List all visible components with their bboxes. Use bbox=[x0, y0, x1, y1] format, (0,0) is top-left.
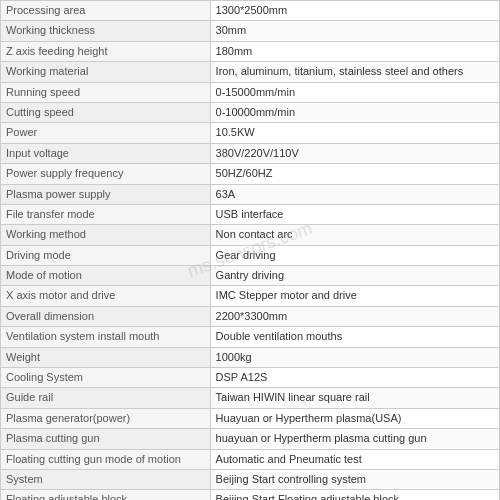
spec-label: File transfer mode bbox=[1, 204, 211, 224]
spec-value: Huayuan or Hypertherm plasma(USA) bbox=[210, 408, 499, 428]
table-row: Power supply frequency50HZ/60HZ bbox=[1, 164, 500, 184]
spec-label: Cutting speed bbox=[1, 102, 211, 122]
spec-label: Ventilation system install mouth bbox=[1, 327, 211, 347]
spec-label: Guide rail bbox=[1, 388, 211, 408]
spec-label: Power supply frequency bbox=[1, 164, 211, 184]
spec-value: Non contact arc bbox=[210, 225, 499, 245]
spec-label: Plasma cutting gun bbox=[1, 429, 211, 449]
table-row: SystemBeijing Start controlling system bbox=[1, 469, 500, 489]
spec-value: huayuan or Hypertherm plasma cutting gun bbox=[210, 429, 499, 449]
spec-value: 30mm bbox=[210, 21, 499, 41]
spec-label: Overall dimension bbox=[1, 306, 211, 326]
spec-label: Weight bbox=[1, 347, 211, 367]
table-row: Plasma generator(power)Huayuan or Hypert… bbox=[1, 408, 500, 428]
spec-value: Iron, aluminum, titanium, stainless stee… bbox=[210, 62, 499, 82]
table-row: Running speed0-15000mm/min bbox=[1, 82, 500, 102]
table-row: Working materialIron, aluminum, titanium… bbox=[1, 62, 500, 82]
spec-value: Gear driving bbox=[210, 245, 499, 265]
spec-label: Driving mode bbox=[1, 245, 211, 265]
spec-value: Gantry driving bbox=[210, 266, 499, 286]
spec-label: Power bbox=[1, 123, 211, 143]
table-row: Input voltage380V/220V/110V bbox=[1, 143, 500, 163]
spec-value: 50HZ/60HZ bbox=[210, 164, 499, 184]
spec-label: Z axis feeding height bbox=[1, 41, 211, 61]
spec-value: DSP A12S bbox=[210, 368, 499, 388]
specs-table: Processing area1300*2500mmWorking thickn… bbox=[0, 0, 500, 500]
table-row: Processing area1300*2500mm bbox=[1, 1, 500, 21]
table-row: File transfer modeUSB interface bbox=[1, 204, 500, 224]
spec-value: 63A bbox=[210, 184, 499, 204]
spec-label: Running speed bbox=[1, 82, 211, 102]
table-row: Weight1000kg bbox=[1, 347, 500, 367]
spec-label: Plasma power supply bbox=[1, 184, 211, 204]
table-row: Power10.5KW bbox=[1, 123, 500, 143]
specs-table-container: ms.sensors.com Processing area1300*2500m… bbox=[0, 0, 500, 500]
spec-value: 380V/220V/110V bbox=[210, 143, 499, 163]
table-row: Plasma power supply63A bbox=[1, 184, 500, 204]
table-row: Guide railTaiwan HIWIN linear square rai… bbox=[1, 388, 500, 408]
spec-label: Working thickness bbox=[1, 21, 211, 41]
table-row: X axis motor and driveIMC Stepper motor … bbox=[1, 286, 500, 306]
spec-label: Working method bbox=[1, 225, 211, 245]
spec-value: Beijing Start controlling system bbox=[210, 469, 499, 489]
spec-label: Plasma generator(power) bbox=[1, 408, 211, 428]
table-row: Driving modeGear driving bbox=[1, 245, 500, 265]
spec-label: Input voltage bbox=[1, 143, 211, 163]
table-row: Mode of motionGantry driving bbox=[1, 266, 500, 286]
spec-value: 2200*3300mm bbox=[210, 306, 499, 326]
table-row: Floating cutting gun mode of motionAutom… bbox=[1, 449, 500, 469]
spec-label: System bbox=[1, 469, 211, 489]
table-row: Plasma cutting gunhuayuan or Hypertherm … bbox=[1, 429, 500, 449]
spec-label: Floating adjustable block bbox=[1, 490, 211, 500]
spec-value: 10.5KW bbox=[210, 123, 499, 143]
table-row: Working methodNon contact arc bbox=[1, 225, 500, 245]
spec-label: Processing area bbox=[1, 1, 211, 21]
table-row: Working thickness30mm bbox=[1, 21, 500, 41]
spec-label: Working material bbox=[1, 62, 211, 82]
spec-value: 0-10000mm/min bbox=[210, 102, 499, 122]
spec-value: USB interface bbox=[210, 204, 499, 224]
spec-label: Cooling System bbox=[1, 368, 211, 388]
spec-value: Double ventilation mouths bbox=[210, 327, 499, 347]
table-row: Floating adjustable blockBeijing Start F… bbox=[1, 490, 500, 500]
spec-value: Taiwan HIWIN linear square rail bbox=[210, 388, 499, 408]
spec-value: 180mm bbox=[210, 41, 499, 61]
table-row: Overall dimension2200*3300mm bbox=[1, 306, 500, 326]
spec-label: Floating cutting gun mode of motion bbox=[1, 449, 211, 469]
table-row: Cooling SystemDSP A12S bbox=[1, 368, 500, 388]
spec-value: Beijing Start Floating adjustable block bbox=[210, 490, 499, 500]
table-row: Ventilation system install mouthDouble v… bbox=[1, 327, 500, 347]
spec-value: 0-15000mm/min bbox=[210, 82, 499, 102]
spec-label: X axis motor and drive bbox=[1, 286, 211, 306]
spec-value: 1300*2500mm bbox=[210, 1, 499, 21]
spec-value: IMC Stepper motor and drive bbox=[210, 286, 499, 306]
spec-label: Mode of motion bbox=[1, 266, 211, 286]
spec-value: 1000kg bbox=[210, 347, 499, 367]
spec-value: Automatic and Pneumatic test bbox=[210, 449, 499, 469]
table-row: Z axis feeding height180mm bbox=[1, 41, 500, 61]
table-row: Cutting speed0-10000mm/min bbox=[1, 102, 500, 122]
